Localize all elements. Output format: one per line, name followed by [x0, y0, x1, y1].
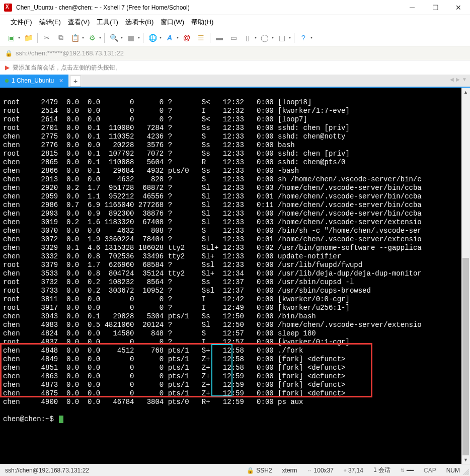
pos-arrows-icon: ⎆ [344, 468, 346, 473]
menu-tools[interactable]: 工具(T) [94, 16, 121, 29]
minimize-button[interactable]: ─ [401, 0, 424, 15]
cursor [59, 416, 63, 423]
disconnect-icon[interactable]: ⧉ [55, 32, 67, 44]
statusbar: ssh://chen@192.168.73.131:22 🔒SSH2 xterm… [0, 464, 470, 476]
tabbar: 1 Chen_Ubuntu ✕ + ◀ ▶ ▼ [0, 75, 470, 88]
status-sessions: 1 会话 [373, 466, 390, 474]
menubar: 文件(F) 编辑(E) 查看(V) 工具(T) 选项卡(B) 窗口(W) 帮助(… [0, 15, 470, 29]
layout-1-icon[interactable]: ▬ [213, 32, 225, 44]
scroll-up-icon[interactable]: ▲ [461, 88, 470, 96]
tab-label: 1 Chen_Ubuntu [12, 77, 54, 84]
hint-text: 要添加当前会话，点击左侧的箭头按钮。 [13, 63, 121, 72]
size-arrows-icon: ↔ [307, 468, 312, 473]
address-text: ssh://chen:******@192.168.73.131:22 [16, 49, 124, 57]
status-ssh: SSH2 [256, 467, 272, 474]
menu-help[interactable]: 帮助(H) [188, 16, 216, 29]
menu-file[interactable]: 文件(F) [8, 16, 35, 29]
properties-icon[interactable]: ⚙ [86, 32, 98, 44]
app-icon [4, 4, 12, 12]
window-title: Chen_Ubuntu - chen@chen: ~ - Xshell 7 (F… [16, 4, 401, 11]
new-session-icon[interactable]: ▣ [5, 32, 17, 44]
paste-icon[interactable]: ▦ [125, 32, 137, 44]
ssh-icon: 🔒 [247, 467, 254, 474]
terminal[interactable]: root 2479 0.0 0.0 0 0 ? S< 12:32 0:00 [l… [0, 88, 461, 464]
help-icon[interactable]: ? [297, 32, 309, 44]
at-icon[interactable]: @ [181, 32, 193, 44]
status-cap: CAP [424, 467, 436, 474]
resize-grip[interactable] [461, 467, 469, 475]
tab-nav-left-icon[interactable]: ◀ [450, 77, 454, 82]
menu-tabs[interactable]: 选项卡(B) [122, 16, 156, 29]
globe-icon[interactable]: 🌐 [146, 32, 159, 44]
hintbar: ▶ 要添加当前会话，点击左侧的箭头按钮。 [0, 60, 470, 75]
fullscreen-icon[interactable]: ◯ [259, 32, 271, 44]
tab-nav-menu-icon[interactable]: ▼ [462, 77, 467, 82]
status-connection: ssh://chen@192.168.73.131:22 [5, 467, 89, 474]
script-icon[interactable]: ☰ [195, 32, 207, 44]
scrollbar-track[interactable] [461, 96, 470, 455]
status-size: 100x37 [314, 467, 334, 474]
font-icon[interactable]: A [164, 32, 176, 44]
tab-nav-right-icon[interactable]: ▶ [456, 77, 460, 82]
scroll-down-icon[interactable]: ▼ [461, 455, 470, 464]
toolbar: ▣▾ 📁 ✂ ⧉ 📋▾ ⚙▾ 🔍▾ ▦▾ 🌐▾ A▾ @ ☰ ▬ ▭ ▯▾ ◯▾… [0, 29, 470, 46]
menu-window[interactable]: 窗口(W) [158, 16, 187, 29]
open-folder-icon[interactable]: 📁 [22, 32, 34, 44]
scrollbar[interactable]: ▲ ▼ [461, 88, 470, 464]
flag-icon: ▶ [5, 64, 10, 71]
tab-session-1[interactable]: 1 Chen_Ubuntu ✕ [0, 75, 68, 87]
close-button[interactable]: ✕ [447, 0, 470, 15]
status-num: NUM [446, 467, 460, 474]
transfer-icon: ⇅ [401, 468, 405, 473]
prompt-text: chen@chen:~$ [3, 415, 58, 424]
more-icon[interactable]: ▤ [276, 32, 288, 44]
svg-line-1 [465, 471, 469, 475]
status-pos: 37,14 [348, 467, 363, 474]
svg-line-2 [467, 473, 469, 475]
scrollbar-thumb[interactable] [462, 258, 469, 455]
layout-3-icon[interactable]: ▯ [242, 32, 254, 44]
menu-edit[interactable]: 编辑(E) [36, 16, 64, 29]
reconnect-icon[interactable]: ✂ [41, 32, 53, 44]
menu-view[interactable]: 查看(V) [65, 16, 93, 29]
tab-add-button[interactable]: + [70, 76, 81, 87]
layout-2-icon[interactable]: ▭ [227, 32, 240, 44]
search-icon[interactable]: 🔍 [108, 32, 120, 44]
maximize-button[interactable]: ☐ [424, 0, 447, 15]
copy-icon[interactable]: 📋 [69, 32, 81, 44]
tab-close-icon[interactable]: ✕ [59, 78, 63, 84]
lock-icon: 🔒 [5, 50, 13, 57]
addressbar[interactable]: 🔒 ssh://chen:******@192.168.73.131:22 [0, 46, 470, 60]
tab-status-dot [5, 79, 9, 83]
status-term: xterm [282, 467, 297, 474]
titlebar: Chen_Ubuntu - chen@chen: ~ - Xshell 7 (F… [0, 0, 470, 15]
